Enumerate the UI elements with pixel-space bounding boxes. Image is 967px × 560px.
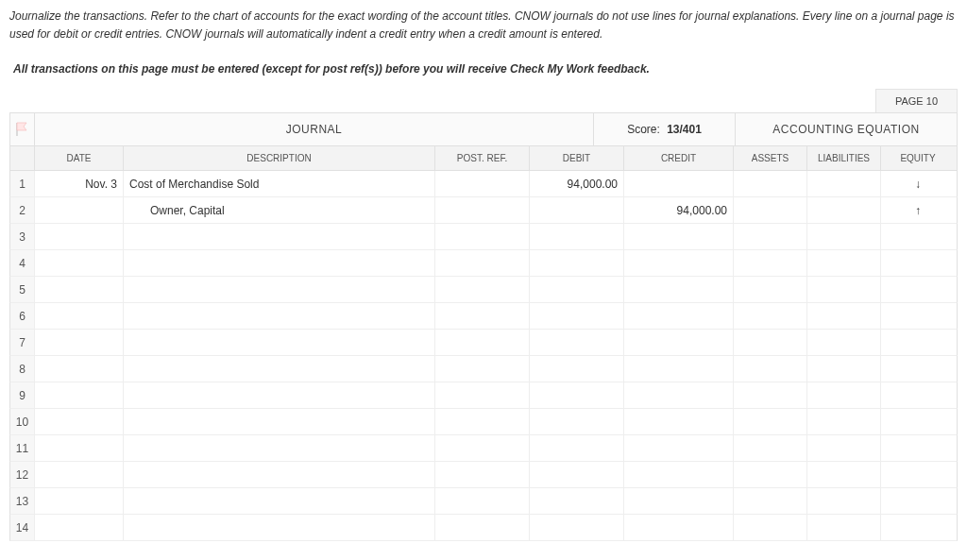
assets-cell[interactable]: [734, 488, 807, 514]
description-cell[interactable]: [124, 356, 435, 382]
postref-cell[interactable]: [435, 303, 530, 329]
liabilities-cell[interactable]: [807, 197, 881, 223]
credit-cell[interactable]: [624, 435, 734, 461]
postref-cell[interactable]: [435, 515, 530, 540]
date-cell[interactable]: [35, 435, 124, 461]
date-cell[interactable]: [35, 277, 124, 302]
equity-cell[interactable]: [881, 303, 955, 329]
debit-cell[interactable]: [530, 197, 624, 223]
assets-cell[interactable]: [734, 330, 807, 355]
debit-cell[interactable]: [530, 409, 624, 434]
credit-cell[interactable]: [624, 250, 734, 276]
date-cell[interactable]: [35, 356, 124, 382]
description-cell[interactable]: [124, 462, 435, 487]
date-cell[interactable]: [35, 224, 124, 249]
postref-cell[interactable]: [435, 382, 530, 408]
credit-cell[interactable]: [624, 356, 734, 382]
equity-cell[interactable]: ↑: [881, 197, 955, 223]
liabilities-cell[interactable]: [807, 382, 881, 408]
liabilities-cell[interactable]: [807, 488, 881, 514]
assets-cell[interactable]: [734, 409, 807, 434]
description-cell[interactable]: [124, 435, 435, 461]
postref-cell[interactable]: [435, 197, 530, 223]
assets-cell[interactable]: [734, 303, 807, 329]
assets-cell[interactable]: [734, 224, 807, 249]
description-cell[interactable]: [124, 488, 435, 514]
description-cell[interactable]: Owner, Capital: [124, 197, 435, 223]
description-cell[interactable]: [124, 382, 435, 408]
debit-cell[interactable]: [530, 330, 624, 355]
debit-cell[interactable]: [530, 250, 624, 276]
date-cell[interactable]: [35, 462, 124, 487]
credit-cell[interactable]: [624, 462, 734, 487]
equity-cell[interactable]: [881, 435, 955, 461]
postref-cell[interactable]: [435, 409, 530, 434]
date-cell[interactable]: [35, 197, 124, 223]
debit-cell[interactable]: [530, 224, 624, 249]
debit-cell[interactable]: [530, 382, 624, 408]
assets-cell[interactable]: [734, 515, 807, 540]
liabilities-cell[interactable]: [807, 435, 881, 461]
equity-cell[interactable]: [881, 488, 955, 514]
date-cell[interactable]: [35, 303, 124, 329]
date-cell[interactable]: [35, 250, 124, 276]
description-cell[interactable]: [124, 277, 435, 302]
equity-cell[interactable]: [881, 224, 955, 249]
liabilities-cell[interactable]: [807, 277, 881, 302]
description-cell[interactable]: [124, 515, 435, 540]
description-cell[interactable]: [124, 224, 435, 249]
debit-cell[interactable]: [530, 435, 624, 461]
description-cell[interactable]: [124, 330, 435, 355]
debit-cell[interactable]: [530, 462, 624, 487]
equity-cell[interactable]: [881, 515, 955, 540]
equity-cell[interactable]: [881, 356, 955, 382]
liabilities-cell[interactable]: [807, 303, 881, 329]
postref-cell[interactable]: [435, 250, 530, 276]
description-cell[interactable]: Cost of Merchandise Sold: [124, 171, 435, 196]
debit-cell[interactable]: [530, 488, 624, 514]
description-cell[interactable]: [124, 250, 435, 276]
postref-cell[interactable]: [435, 462, 530, 487]
credit-cell[interactable]: [624, 382, 734, 408]
flag-icon[interactable]: [10, 113, 35, 145]
assets-cell[interactable]: [734, 250, 807, 276]
debit-cell[interactable]: [530, 303, 624, 329]
assets-cell[interactable]: [734, 382, 807, 408]
postref-cell[interactable]: [435, 277, 530, 302]
assets-cell[interactable]: [734, 356, 807, 382]
assets-cell[interactable]: [734, 435, 807, 461]
debit-cell[interactable]: [530, 277, 624, 302]
date-cell[interactable]: [35, 488, 124, 514]
liabilities-cell[interactable]: [807, 515, 881, 540]
credit-cell[interactable]: [624, 303, 734, 329]
equity-cell[interactable]: [881, 409, 955, 434]
postref-cell[interactable]: [435, 171, 530, 196]
postref-cell[interactable]: [435, 435, 530, 461]
liabilities-cell[interactable]: [807, 250, 881, 276]
liabilities-cell[interactable]: [807, 462, 881, 487]
assets-cell[interactable]: [734, 197, 807, 223]
date-cell[interactable]: Nov. 3: [35, 171, 124, 196]
debit-cell[interactable]: 94,000.00: [530, 171, 624, 196]
credit-cell[interactable]: [624, 224, 734, 249]
credit-cell[interactable]: [624, 409, 734, 434]
date-cell[interactable]: [35, 409, 124, 434]
credit-cell[interactable]: [624, 171, 734, 196]
credit-cell[interactable]: [624, 488, 734, 514]
liabilities-cell[interactable]: [807, 171, 881, 196]
equity-cell[interactable]: [881, 462, 955, 487]
debit-cell[interactable]: [530, 356, 624, 382]
date-cell[interactable]: [35, 382, 124, 408]
equity-cell[interactable]: [881, 382, 955, 408]
postref-cell[interactable]: [435, 488, 530, 514]
equity-cell[interactable]: [881, 330, 955, 355]
equity-cell[interactable]: ↓: [881, 171, 955, 196]
liabilities-cell[interactable]: [807, 330, 881, 355]
credit-cell[interactable]: 94,000.00: [624, 197, 734, 223]
date-cell[interactable]: [35, 515, 124, 540]
equity-cell[interactable]: [881, 250, 955, 276]
credit-cell[interactable]: [624, 330, 734, 355]
description-cell[interactable]: [124, 409, 435, 434]
debit-cell[interactable]: [530, 515, 624, 540]
description-cell[interactable]: [124, 303, 435, 329]
